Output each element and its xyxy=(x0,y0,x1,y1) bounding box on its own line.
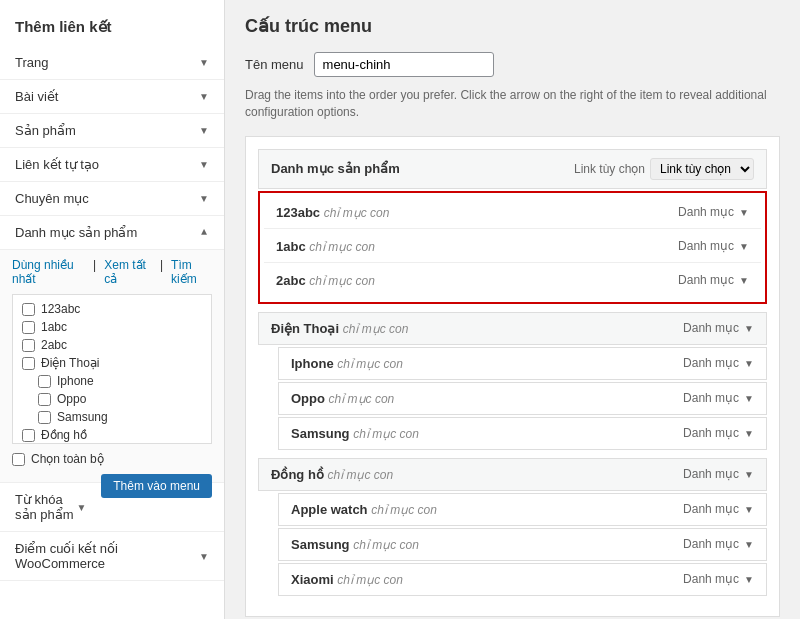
expand-icon[interactable]: ▼ xyxy=(744,323,754,334)
expand-icon[interactable]: ▼ xyxy=(744,358,754,369)
menu-name-label: Tên menu xyxy=(245,57,304,72)
chevron-down-icon: ▼ xyxy=(199,57,209,68)
list-item: Samsung xyxy=(18,408,206,426)
checkbox-2abc[interactable] xyxy=(22,339,35,352)
checkbox-iphone[interactable] xyxy=(38,375,51,388)
chevron-down-icon: ▼ xyxy=(199,91,209,102)
list-item: Iphone xyxy=(18,372,206,390)
menu-section-header-dien-thoai: Điện Thoại chỉ mục con Danh mục ▼ xyxy=(258,312,767,345)
tab-dung-nhieu[interactable]: Dùng nhiều nhất xyxy=(12,258,85,286)
sidebar-section-header-trang[interactable]: Trang ▼ xyxy=(0,46,224,79)
link-tuy-chon-label: Link tùy chọn xyxy=(574,162,645,176)
menu-item-xiaomi: Xiaomi chỉ mục con Danh mục ▼ xyxy=(278,563,767,596)
tabs-row: Dùng nhiều nhất | Xem tất cả | Tìm kiếm xyxy=(12,258,212,286)
menu-item-2abc: 2abc chỉ mục con Danh mục ▼ xyxy=(264,265,761,296)
sidebar-label-san-pham: Sản phẩm xyxy=(15,123,76,138)
expand-icon[interactable]: ▼ xyxy=(744,428,754,439)
sidebar-section-bai-viet: Bài viết ▼ xyxy=(0,80,224,114)
expand-icon[interactable]: ▼ xyxy=(744,539,754,550)
checkbox-dien-thoai[interactable] xyxy=(22,357,35,370)
sidebar-section-header-bai-viet[interactable]: Bài viết ▼ xyxy=(0,80,224,113)
sidebar-section-header-chuyen-muc[interactable]: Chuyên mục ▼ xyxy=(0,182,224,215)
checkbox-1abc[interactable] xyxy=(22,321,35,334)
sidebar-label-diem-cuoi: Điểm cuối kết nối WooCommerce xyxy=(15,541,199,571)
item-label: Samsung xyxy=(57,410,108,424)
menu-item-samsung-dien-thoai: Samsung chỉ mục con Danh mục ▼ xyxy=(278,417,767,450)
expand-icon[interactable]: ▼ xyxy=(744,574,754,585)
list-item: 123abc xyxy=(18,300,206,318)
list-item: 2abc xyxy=(18,336,206,354)
sidebar-label-trang: Trang xyxy=(15,55,48,70)
chevron-down-icon: ▼ xyxy=(76,502,86,513)
expand-icon[interactable]: ▼ xyxy=(739,207,749,218)
chevron-down-icon: ▼ xyxy=(199,159,209,170)
main-content: Cấu trúc menu Tên menu menu-chinh Drag t… xyxy=(225,0,800,619)
sidebar-section-trang: Trang ▼ xyxy=(0,46,224,80)
menu-item-samsung-dong-ho: Samsung chỉ mục con Danh mục ▼ xyxy=(278,528,767,561)
link-tuy-chon-select[interactable]: Link tùy chọn xyxy=(650,158,754,180)
sidebar-section-header-lien-ket[interactable]: Liên kết tự tạo ▼ xyxy=(0,148,224,181)
red-border-group: 123abc chỉ mục con Danh mục ▼ 1abc chỉ m… xyxy=(258,191,767,304)
sidebar-section-san-pham: Sản phẩm ▼ xyxy=(0,114,224,148)
sidebar-label-danh-muc: Danh mục sản phẩm xyxy=(15,225,137,240)
list-item: Điện Thoại xyxy=(18,354,206,372)
expand-icon[interactable]: ▼ xyxy=(744,393,754,404)
add-to-menu-button[interactable]: Thêm vào menu xyxy=(101,474,212,498)
sidebar-section-chuyen-muc: Chuyên mục ▼ xyxy=(0,182,224,216)
sidebar-section-header-diem-cuoi[interactable]: Điểm cuối kết nối WooCommerce ▼ xyxy=(0,532,224,580)
checkbox-dong-ho[interactable] xyxy=(22,429,35,442)
page-title: Cấu trúc menu xyxy=(245,15,780,37)
chevron-up-icon: ▼ xyxy=(199,227,209,238)
sidebar-section-header-tu-khoa[interactable]: Từ khóa sản phẩm ▼ xyxy=(0,483,101,531)
section-controls: Link tùy chọn Link tùy chọn xyxy=(574,158,754,180)
tab-xem-tat-ca[interactable]: Xem tất cả xyxy=(104,258,152,286)
sidebar-label-bai-viet: Bài viết xyxy=(15,89,58,104)
drag-hint: Drag the items into the order you prefer… xyxy=(245,87,780,121)
list-item: 1abc xyxy=(18,318,206,336)
section-dien-thoai: Điện Thoại chỉ mục con Danh mục ▼ Iphone… xyxy=(258,312,767,450)
menu-item-123abc: 123abc chỉ mục con Danh mục ▼ xyxy=(264,197,761,229)
expanded-content: Dùng nhiều nhất | Xem tất cả | Tìm kiếm … xyxy=(0,249,224,482)
item-label: Đồng hồ xyxy=(41,428,87,442)
select-all-label: Chọn toàn bộ xyxy=(31,452,104,466)
sidebar-section-lien-ket: Liên kết tự tạo ▼ xyxy=(0,148,224,182)
sidebar-section-diem-cuoi: Điểm cuối kết nối WooCommerce ▼ xyxy=(0,532,224,581)
menu-group-header-danh-muc: Danh mục sản phẩm Link tùy chọn Link tùy… xyxy=(258,149,767,189)
menu-area: Danh mục sản phẩm Link tùy chọn Link tùy… xyxy=(245,136,780,617)
expand-icon[interactable]: ▼ xyxy=(739,275,749,286)
list-item: Đồng hồ xyxy=(18,426,206,444)
sidebar-label-chuyen-muc: Chuyên mục xyxy=(15,191,89,206)
sidebar: Thêm liên kết Trang ▼ Bài viết ▼ Sản phẩ… xyxy=(0,0,225,619)
menu-item-1abc: 1abc chỉ mục con Danh mục ▼ xyxy=(264,231,761,263)
item-label: Iphone xyxy=(57,374,94,388)
section-dong-ho: Đồng hồ chỉ mục con Danh mục ▼ Apple wat… xyxy=(258,458,767,596)
select-all-row: Chọn toàn bộ xyxy=(12,452,212,466)
item-label: 1abc xyxy=(41,320,67,334)
sidebar-title: Thêm liên kết xyxy=(0,10,224,46)
sidebar-section-danh-muc: Danh mục sản phẩm ▼ Dùng nhiều nhất | Xe… xyxy=(0,216,224,483)
menu-name-row: Tên menu menu-chinh xyxy=(245,52,780,77)
sidebar-label-lien-ket: Liên kết tự tạo xyxy=(15,157,99,172)
menu-name-input[interactable]: menu-chinh xyxy=(314,52,494,77)
sidebar-section-header-danh-muc[interactable]: Danh mục sản phẩm ▼ xyxy=(0,216,224,249)
checklist: 123abc 1abc 2abc Điện Thoại Iphone xyxy=(12,294,212,444)
expand-icon[interactable]: ▼ xyxy=(744,504,754,515)
list-item: Oppo xyxy=(18,390,206,408)
tab-tim-kiem[interactable]: Tìm kiếm xyxy=(171,258,212,286)
checkbox-samsung[interactable] xyxy=(38,411,51,424)
item-label: 2abc xyxy=(41,338,67,352)
menu-group-title: Danh mục sản phẩm xyxy=(271,161,400,176)
menu-item-iphone: Iphone chỉ mục con Danh mục ▼ xyxy=(278,347,767,380)
checkbox-123abc[interactable] xyxy=(22,303,35,316)
sidebar-section-header-san-pham[interactable]: Sản phẩm ▼ xyxy=(0,114,224,147)
menu-item-apple-watch: Apple watch chỉ mục con Danh mục ▼ xyxy=(278,493,767,526)
expand-icon[interactable]: ▼ xyxy=(744,469,754,480)
chevron-down-icon: ▼ xyxy=(199,551,209,562)
sidebar-label-tu-khoa: Từ khóa sản phẩm xyxy=(15,492,76,522)
item-label: Oppo xyxy=(57,392,86,406)
select-all-checkbox[interactable] xyxy=(12,453,25,466)
expand-icon[interactable]: ▼ xyxy=(739,241,749,252)
chevron-down-icon: ▼ xyxy=(199,193,209,204)
checkbox-oppo[interactable] xyxy=(38,393,51,406)
item-label: 123abc xyxy=(41,302,80,316)
